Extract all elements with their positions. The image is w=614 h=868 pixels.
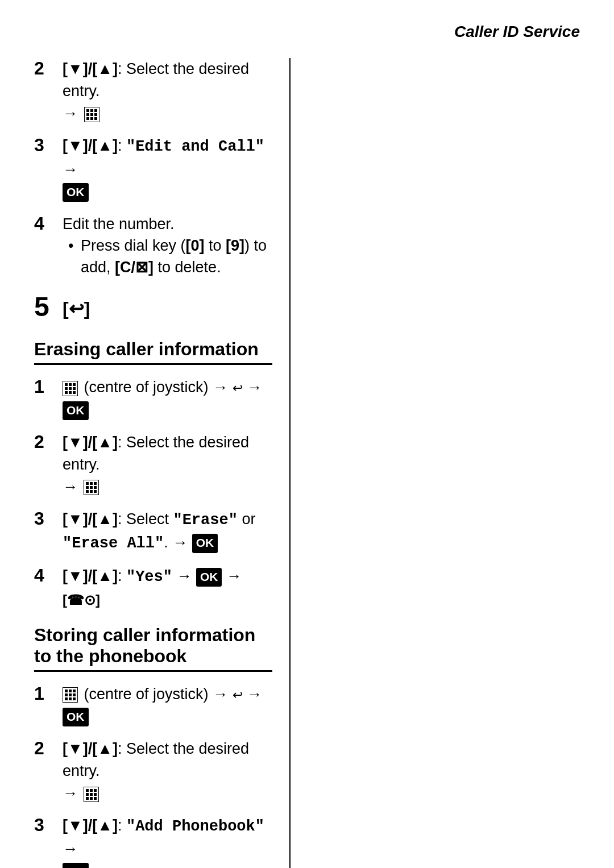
page-header: Caller ID Service bbox=[34, 23, 580, 41]
content-area: 2 [▼]/[▲]: Select the desired entry. → bbox=[34, 58, 580, 868]
step-2-top: 2 [▼]/[▲]: Select the desired entry. → bbox=[34, 58, 272, 124]
grid-icon-inline bbox=[63, 687, 78, 703]
ok-badge: OK bbox=[63, 863, 89, 868]
bullet-item: Press dial key ([0] to [9]) to add, [C/⊠… bbox=[68, 235, 272, 279]
code-text: "Erase All" bbox=[63, 535, 164, 552]
handset-symbol: [↩] bbox=[63, 298, 90, 319]
step-content: [▼]/[▲]: Select the desired entry. → bbox=[63, 738, 272, 804]
nav-sym: [▼]/[▲] bbox=[63, 510, 118, 528]
erase-step-1: 1 (centre of joystick) → ↩ → OK bbox=[34, 376, 272, 421]
return-arrow: ↩ bbox=[233, 381, 243, 395]
nav-sym: [▼]/[▲] bbox=[63, 740, 118, 757]
step-content: [▼]/[▲]: Select the desired entry. → bbox=[63, 58, 272, 124]
nav-sym: [▼]/[▲] bbox=[63, 817, 118, 834]
step-number: 2 bbox=[34, 58, 63, 79]
step-content: (centre of joystick) → ↩ → OK bbox=[63, 683, 272, 728]
step-3-top: 3 [▼]/[▲]: "Edit and Call" → OK bbox=[34, 135, 272, 202]
nav-sym: [▼]/[▲] bbox=[63, 567, 118, 584]
left-column: 2 [▼]/[▲]: Select the desired entry. → bbox=[34, 58, 291, 868]
step-4-top: 4 Edit the number. Press dial key ([0] t… bbox=[34, 213, 272, 282]
ok-badge: OK bbox=[63, 708, 89, 726]
code-text: "Erase" bbox=[173, 512, 237, 529]
step-number: 3 bbox=[34, 508, 63, 529]
bullet-list: Press dial key ([0] to [9]) to add, [C/⊠… bbox=[63, 235, 272, 279]
nav-symbol: [▼]/[▲]: Select the desired entry. bbox=[63, 60, 249, 99]
nav-sym: [▼]/[▲] bbox=[63, 434, 118, 451]
step-number: 4 bbox=[34, 213, 63, 234]
storing-heading: Storing caller information to the phoneb… bbox=[34, 625, 272, 672]
erase-step-4: 4 [▼]/[▲]: "Yes" → OK → [☎⊙] bbox=[34, 565, 272, 610]
step-content: (centre of joystick) → ↩ → OK bbox=[63, 376, 272, 421]
right-column bbox=[291, 58, 580, 868]
return-arrow: ↩ bbox=[233, 688, 243, 702]
step-number-large: 5 bbox=[34, 292, 63, 322]
step-content: [▼]/[▲]: "Add Phonebook" → OK bbox=[63, 815, 272, 868]
ok-badge: OK bbox=[63, 183, 89, 202]
step-number: 3 bbox=[34, 135, 63, 156]
code-text: "Yes" bbox=[126, 568, 172, 585]
step-content: [▼]/[▲]: Select "Erase" or "Erase All". … bbox=[63, 508, 272, 555]
step-content: [↩] bbox=[63, 292, 272, 322]
ok-badge: OK bbox=[63, 401, 89, 420]
step-number: 2 bbox=[34, 738, 63, 759]
step-number: 2 bbox=[34, 431, 63, 452]
step-5-top: 5 [↩] bbox=[34, 292, 272, 322]
step-number: 4 bbox=[34, 565, 63, 586]
erasing-section: Erasing caller information 1 (centre of … bbox=[34, 339, 272, 610]
step-content: Edit the number. Press dial key ([0] to … bbox=[63, 213, 272, 282]
grid-icon-inline bbox=[84, 787, 99, 802]
storing-section: Storing caller information to the phoneb… bbox=[34, 625, 272, 868]
step-content: [▼]/[▲]: "Edit and Call" → OK bbox=[63, 135, 272, 202]
arrow-sym: → bbox=[63, 105, 82, 122]
erasing-heading: Erasing caller information bbox=[34, 339, 272, 365]
key-label: [9] bbox=[226, 237, 244, 254]
step-number: 1 bbox=[34, 376, 63, 397]
store-step-1: 1 (centre of joystick) → ↩ → OK bbox=[34, 683, 272, 728]
ok-badge: OK bbox=[192, 534, 218, 553]
power-sym: [☎⊙] bbox=[63, 592, 100, 608]
grid-icon-inline bbox=[63, 381, 78, 396]
grid-icon-inline bbox=[84, 480, 99, 495]
ok-badge: OK bbox=[196, 568, 222, 587]
step-number: 1 bbox=[34, 683, 63, 704]
code-text: "Edit and Call" bbox=[126, 138, 264, 155]
erase-step-2: 2 [▼]/[▲]: Select the desired entry. → bbox=[34, 431, 272, 498]
store-step-3: 3 [▼]/[▲]: "Add Phonebook" → OK bbox=[34, 815, 272, 868]
key-label: [0] bbox=[186, 237, 205, 254]
step-content: [▼]/[▲]: "Yes" → OK → [☎⊙] bbox=[63, 565, 272, 610]
nav-sym: [▼]/[▲] bbox=[63, 137, 118, 154]
page-title: Caller ID Service bbox=[454, 23, 580, 41]
erase-step-3: 3 [▼]/[▲]: Select "Erase" or "Erase All"… bbox=[34, 508, 272, 555]
grid-icon bbox=[84, 107, 99, 122]
step-number: 3 bbox=[34, 815, 63, 836]
code-text: "Add Phonebook" bbox=[126, 818, 264, 835]
key-label: [C/⊠] bbox=[115, 259, 154, 276]
step-content: [▼]/[▲]: Select the desired entry. → bbox=[63, 431, 272, 498]
page-container: Caller ID Service 2 [▼]/[▲]: Select the … bbox=[0, 0, 614, 868]
store-step-2: 2 [▼]/[▲]: Select the desired entry. → bbox=[34, 738, 272, 804]
